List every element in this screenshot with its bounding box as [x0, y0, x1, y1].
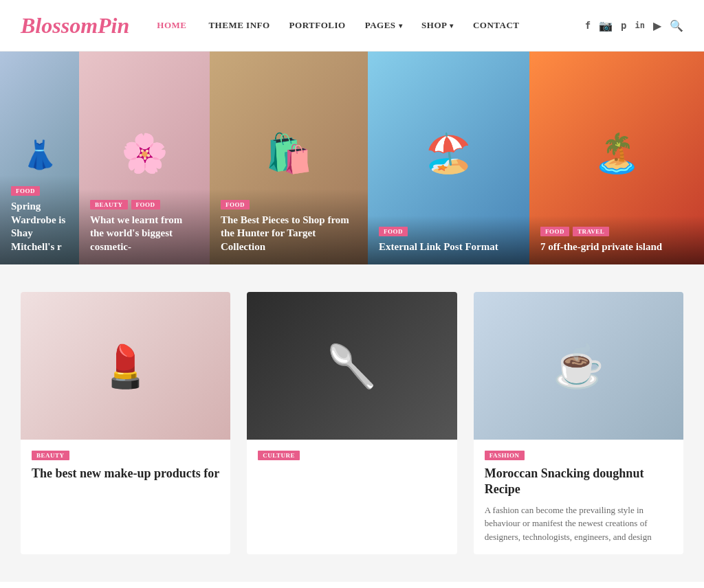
slide-title-4: External Link Post Format: [379, 240, 518, 254]
card-title-1: The best new make-up products for: [32, 466, 219, 482]
card-title-3: Moroccan Snacking doughnut Recipe: [485, 466, 672, 498]
hero-slide-4[interactable]: 🏖️ FOOD External Link Post Format: [368, 52, 529, 264]
slide-title-1: Spring Wardrobe is Shay Mitchell's r: [11, 200, 68, 253]
tag-food-5[interactable]: FOOD: [540, 227, 569, 236]
card-img-2: 🥄: [247, 292, 456, 440]
search-icon[interactable]: 🔍: [670, 19, 683, 32]
slide-overlay-3: FOOD The Best Pieces to Shop from the Hu…: [210, 189, 368, 265]
slide-overlay-2: BEAUTY FOOD What we learnt from the worl…: [79, 189, 210, 265]
card-tag-beauty[interactable]: BEAUTY: [32, 451, 69, 460]
nav-item-home[interactable]: HOME: [157, 20, 189, 31]
nav-item-portfolio[interactable]: PORTFOLIO: [289, 20, 346, 31]
youtube-icon[interactable]: ▶: [653, 19, 661, 32]
chevron-down-icon: ▾: [450, 22, 454, 30]
slide-title-5: 7 off-the-grid private island: [540, 240, 693, 254]
header: BlossomPin HOME THEME INFO PORTFOLIO PAG…: [0, 0, 704, 52]
logo-accent: Pin: [98, 13, 129, 38]
logo-text: Blossom: [21, 13, 98, 38]
card-tag-row-3: FASHION: [485, 451, 672, 460]
slide-title-3: The Best Pieces to Shop from the Hunter …: [221, 214, 357, 254]
main-nav: HOME THEME INFO PORTFOLIO PAGES ▾ SHOP ▾…: [157, 20, 584, 31]
card-body-1: BEAUTY The best new make-up products for: [21, 440, 230, 493]
hero-slide-2[interactable]: 🌸 BEAUTY FOOD What we learnt from the wo…: [79, 52, 210, 264]
nav-item-contact[interactable]: CONTACT: [473, 20, 520, 31]
tag-food-4[interactable]: FOOD: [379, 227, 408, 236]
tag-beauty[interactable]: BEAUTY: [90, 200, 128, 210]
tag-row-1: FOOD: [11, 186, 68, 196]
cards-grid: 💄 BEAUTY The best new make-up products f…: [21, 292, 683, 554]
tag-food-3[interactable]: FOOD: [221, 200, 250, 210]
card-1[interactable]: 💄 BEAUTY The best new make-up products f…: [21, 292, 230, 554]
hero-slide-5[interactable]: 🏝️ FOOD TRAVEL 7 off-the-grid private is…: [529, 52, 704, 264]
hero-slider: 👗 FOOD Spring Wardrobe is Shay Mitchell'…: [0, 52, 704, 264]
card-body-3: FASHION Moroccan Snacking doughnut Recip…: [474, 440, 683, 554]
nav-pages-label: PAGES: [365, 20, 396, 31]
slide-overlay-5: FOOD TRAVEL 7 off-the-grid private islan…: [529, 216, 704, 265]
tag-row-3: FOOD: [221, 200, 357, 210]
card-tag-row-2: CULTURE: [258, 451, 446, 460]
card-img-3: ☕: [474, 292, 683, 440]
chevron-down-icon: ▾: [399, 22, 403, 30]
card-tag-fashion[interactable]: FASHION: [485, 451, 525, 460]
spices-icon: 🥄: [326, 341, 377, 390]
cards-section: 💄 BEAUTY The best new make-up products f…: [0, 264, 704, 582]
nav-item-themeinfo[interactable]: THEME INFO: [208, 20, 270, 31]
card-3[interactable]: ☕ FASHION Moroccan Snacking doughnut Rec…: [474, 292, 683, 554]
hero-slide-3[interactable]: 🛍️ FOOD The Best Pieces to Shop from the…: [210, 52, 368, 264]
nav-shop-label: SHOP: [421, 20, 447, 31]
slide-overlay-1: FOOD Spring Wardrobe is Shay Mitchell's …: [0, 175, 79, 264]
slide-overlay-4: FOOD External Link Post Format: [368, 216, 529, 265]
linkedin-icon[interactable]: in: [635, 21, 645, 30]
tag-row-2: BEAUTY FOOD: [90, 200, 199, 210]
nav-item-shop[interactable]: SHOP ▾: [421, 20, 454, 31]
lipstick-icon: 💄: [100, 341, 151, 390]
tag-food-2[interactable]: FOOD: [131, 200, 160, 210]
social-icons: f 📷 p in ▶ 🔍: [585, 19, 683, 32]
tag-travel[interactable]: TRAVEL: [573, 227, 609, 236]
hero-slide-1[interactable]: 👗 FOOD Spring Wardrobe is Shay Mitchell'…: [0, 52, 79, 264]
tag-row-5: FOOD TRAVEL: [540, 227, 693, 236]
card-desc-3: A fashion can become the prevailing styl…: [485, 504, 672, 544]
tag-food[interactable]: FOOD: [11, 186, 40, 196]
facebook-icon[interactable]: f: [585, 20, 591, 31]
slide-title-2: What we learnt from the world's biggest …: [90, 214, 199, 254]
card-tag-culture[interactable]: CULTURE: [258, 451, 300, 460]
card-img-1: 💄: [21, 292, 230, 440]
card-tag-row-1: BEAUTY: [32, 451, 219, 460]
coffee-icon: ☕: [553, 341, 604, 390]
logo[interactable]: BlossomPin: [21, 13, 129, 38]
instagram-icon[interactable]: 📷: [599, 19, 613, 32]
card-2[interactable]: 🥄 CULTURE: [247, 292, 456, 554]
pinterest-icon[interactable]: p: [621, 20, 626, 31]
card-body-2: CULTURE: [247, 440, 456, 477]
tag-row-4: FOOD: [379, 227, 518, 236]
nav-item-pages[interactable]: PAGES ▾: [365, 20, 402, 31]
